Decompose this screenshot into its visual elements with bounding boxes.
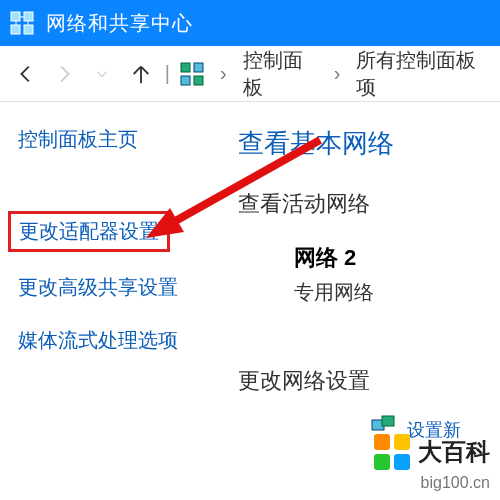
svg-rect-0 bbox=[11, 12, 20, 21]
forward-button[interactable] bbox=[50, 59, 78, 89]
breadcrumb-all-items[interactable]: 所有控制面板项 bbox=[356, 47, 488, 101]
main-panel: 查看基本网络 查看活动网络 网络 2 专用网络 更改网络设置 bbox=[230, 102, 500, 444]
breadcrumb-control-panel[interactable]: 控制面板 bbox=[243, 47, 318, 101]
nav-row: | › 控制面板 › 所有控制面板项 bbox=[0, 46, 500, 102]
address-separator: | bbox=[165, 62, 170, 85]
back-button[interactable] bbox=[12, 59, 40, 89]
svg-rect-15 bbox=[374, 434, 390, 450]
watermark-brand: 大百科 bbox=[418, 436, 490, 468]
active-networks-heading: 查看活动网络 bbox=[238, 189, 492, 219]
svg-rect-10 bbox=[194, 76, 203, 85]
svg-rect-3 bbox=[24, 25, 33, 34]
sidebar: 控制面板主页 更改适配器设置 更改高级共享设置 媒体流式处理选项 bbox=[0, 102, 230, 444]
content-area: 控制面板主页 更改适配器设置 更改高级共享设置 媒体流式处理选项 查看基本网络 … bbox=[0, 102, 500, 444]
network-name: 网络 2 bbox=[294, 243, 492, 273]
watermark: 大百科 big100.cn bbox=[372, 432, 490, 492]
change-settings-heading: 更改网络设置 bbox=[238, 366, 492, 396]
svg-rect-14 bbox=[382, 416, 394, 426]
advanced-sharing-settings-link[interactable]: 更改高级共享设置 bbox=[18, 274, 212, 301]
media-streaming-options-link[interactable]: 媒体流式处理选项 bbox=[18, 327, 212, 354]
svg-rect-7 bbox=[181, 63, 190, 72]
chevron-right-icon[interactable]: › bbox=[328, 62, 347, 85]
svg-rect-17 bbox=[374, 454, 390, 470]
watermark-url: big100.cn bbox=[421, 474, 490, 492]
titlebar: 网络和共享中心 bbox=[0, 0, 500, 46]
svg-rect-1 bbox=[24, 12, 33, 21]
control-panel-home-link[interactable]: 控制面板主页 bbox=[18, 126, 212, 153]
svg-rect-8 bbox=[194, 63, 203, 72]
svg-rect-9 bbox=[181, 76, 190, 85]
chevron-right-icon[interactable]: › bbox=[214, 62, 233, 85]
window-title: 网络和共享中心 bbox=[46, 10, 193, 37]
change-adapter-settings-link[interactable]: 更改适配器设置 bbox=[8, 211, 170, 252]
page-heading: 查看基本网络 bbox=[238, 126, 492, 161]
control-panel-icon[interactable] bbox=[180, 62, 204, 86]
recent-dropdown[interactable] bbox=[88, 59, 116, 89]
svg-rect-2 bbox=[11, 25, 20, 34]
svg-rect-18 bbox=[394, 454, 410, 470]
svg-rect-16 bbox=[394, 434, 410, 450]
watermark-logo-icon bbox=[372, 432, 412, 472]
up-button[interactable] bbox=[127, 59, 155, 89]
network-type: 专用网络 bbox=[294, 279, 492, 306]
network-center-icon bbox=[10, 11, 34, 35]
